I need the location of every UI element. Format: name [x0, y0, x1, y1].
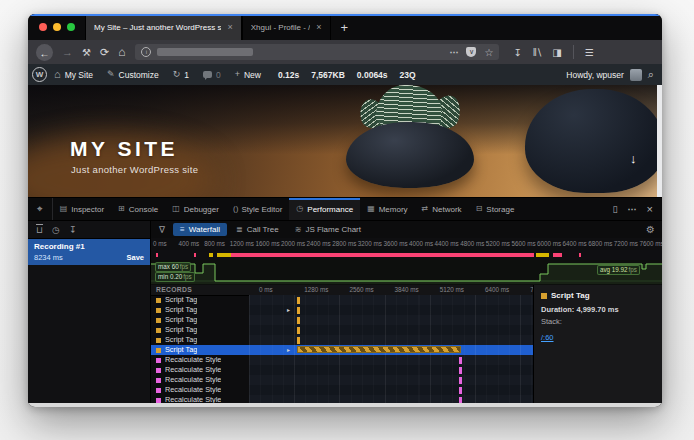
site-title[interactable]: MY SITE — [70, 137, 178, 161]
record-row-script-tag[interactable]: Script Tag — [151, 295, 533, 305]
detail-title: Script Tag — [551, 291, 590, 300]
wordpress-logo-icon[interactable]: W — [32, 67, 47, 82]
expand-arrow-icon[interactable] — [287, 305, 290, 315]
style-marker — [459, 397, 462, 404]
hamburger-menu-icon[interactable] — [585, 47, 594, 58]
filter-icon[interactable] — [151, 225, 173, 235]
record-row-script-tag[interactable]: Script Tag — [151, 325, 533, 335]
minimize-window-button[interactable] — [53, 23, 61, 31]
ruler-tick: 800 ms — [204, 240, 225, 247]
gear-icon[interactable] — [646, 224, 655, 235]
tab-close-icon[interactable]: × — [227, 22, 232, 32]
expand-arrow-icon[interactable] — [287, 345, 290, 355]
stat-queries[interactable]: 23Q — [400, 70, 416, 80]
back-button[interactable] — [36, 44, 53, 61]
record-row-recalculate-style[interactable]: Recalculate Style — [151, 375, 533, 385]
tab-xhgui[interactable]: Xhgui - Profile - / × — [242, 14, 331, 40]
downloads-icon[interactable] — [513, 47, 521, 58]
script-duration-bar[interactable] — [297, 346, 461, 353]
waterfall-icon — [180, 225, 185, 234]
admin-customize[interactable]: Customize — [100, 70, 166, 80]
avatar[interactable] — [630, 69, 642, 81]
stack-frame-link[interactable]: /:60 — [541, 333, 554, 342]
site-info-icon[interactable]: i — [141, 47, 151, 57]
ruler-tick: 2400 ms — [307, 240, 331, 247]
stat-memory[interactable]: 7,567KB — [311, 70, 345, 80]
view-tab-js-flame-chart[interactable]: JS Flame Chart — [288, 223, 368, 236]
overview-paint-segment — [553, 253, 562, 257]
view-tab-call-tree[interactable]: Call Tree — [229, 223, 286, 236]
devtools-close-icon[interactable] — [647, 203, 653, 215]
admin-my-site[interactable]: My Site — [47, 69, 100, 80]
search-icon[interactable] — [648, 68, 654, 81]
script-marker-icon — [541, 293, 547, 299]
new-tab-button[interactable] — [331, 14, 359, 40]
pencil-icon — [107, 70, 115, 79]
stopwatch-icon — [296, 205, 303, 213]
tab-debugger[interactable]: Debugger — [165, 198, 226, 220]
page-actions-icon[interactable] — [449, 47, 458, 57]
style-editor-icon — [233, 205, 238, 213]
zoom-window-button[interactable] — [67, 23, 75, 31]
tab-memory[interactable]: Memory — [360, 198, 414, 220]
recording-save-link[interactable]: Save — [126, 253, 144, 262]
recording-name: Recording #1 — [34, 242, 144, 251]
tab-my-site[interactable]: My Site – Just another WordPress s × — [85, 14, 242, 40]
scroll-down-arrow[interactable]: ↓ — [630, 151, 637, 166]
responsive-mode-icon[interactable] — [613, 204, 618, 214]
home-button[interactable] — [118, 46, 125, 58]
admin-updates[interactable]: 1 — [166, 70, 196, 80]
framerate-graph[interactable]: max 60fps min 0.20fps avg 19.92fps — [151, 260, 662, 286]
pocket-icon[interactable] — [466, 47, 476, 57]
record-row-recalculate-style[interactable]: Recalculate Style — [151, 395, 533, 403]
stat-sqltime[interactable]: 0.0064s — [357, 70, 388, 80]
tab-style-editor[interactable]: Style Editor — [226, 198, 289, 220]
bookmark-star-icon[interactable] — [484, 47, 493, 58]
console-icon — [118, 205, 125, 213]
wrench-icon[interactable] — [82, 47, 91, 58]
import-recording-icon[interactable] — [69, 225, 77, 235]
view-tab-waterfall[interactable]: Waterfall — [173, 223, 227, 236]
script-marker-icon — [156, 308, 161, 313]
tab-performance[interactable]: Performance — [289, 198, 360, 220]
plant-pot-center — [346, 122, 474, 188]
record-row-recalculate-style[interactable]: Recalculate Style — [151, 385, 533, 395]
admin-new[interactable]: + New — [228, 70, 268, 80]
clear-recordings-icon[interactable] — [36, 225, 43, 235]
recordings-toolbar — [28, 221, 150, 239]
page-background-strip — [657, 85, 662, 197]
devtools-menu-icon[interactable] — [628, 204, 637, 214]
redacted-url — [157, 48, 253, 56]
pick-element-button[interactable] — [28, 198, 53, 220]
ruler-tick: 4000 ms — [409, 240, 433, 247]
tab-console[interactable]: Console — [111, 198, 165, 220]
howdy-account[interactable]: Howdy, wpuser — [566, 70, 623, 80]
record-row-script-tag[interactable]: Script Tag — [151, 335, 533, 345]
record-row-recalculate-style[interactable]: Recalculate Style — [151, 365, 533, 375]
library-icon[interactable] — [533, 47, 542, 58]
navigation-toolbar: i — [28, 40, 662, 65]
style-marker — [459, 377, 462, 384]
waterfall-records: RECORDS 0 ms1280 ms2560 ms3840 ms5120 ms… — [151, 285, 662, 403]
tab-inspector[interactable]: Inspector — [53, 198, 111, 220]
comments-icon — [203, 71, 212, 78]
record-icon[interactable] — [52, 225, 60, 235]
record-row-script-tag-selected[interactable]: Script Tag — [151, 345, 533, 355]
stat-time[interactable]: 0.12s — [278, 70, 299, 80]
tab-network[interactable]: Network — [415, 198, 469, 220]
url-bar[interactable]: i — [135, 44, 499, 60]
tab-storage[interactable]: Storage — [469, 198, 522, 220]
record-row-script-tag[interactable]: Script Tag — [151, 315, 533, 325]
sidebar-toggle-icon[interactable] — [552, 47, 561, 58]
style-marker-icon — [156, 388, 161, 393]
script-marker-icon — [156, 328, 161, 333]
tab-close-icon[interactable]: × — [316, 22, 321, 32]
forward-button[interactable] — [62, 47, 73, 58]
record-row-recalculate-style[interactable]: Recalculate Style — [151, 355, 533, 365]
reload-button[interactable] — [100, 47, 109, 58]
waterfall-tick: 0 ms — [259, 286, 273, 293]
close-window-button[interactable] — [39, 23, 47, 31]
record-row-script-tag[interactable]: Script Tag — [151, 305, 533, 315]
recording-item[interactable]: Recording #1 8234 ms Save — [28, 239, 150, 265]
admin-comments[interactable]: 0 — [196, 70, 228, 80]
